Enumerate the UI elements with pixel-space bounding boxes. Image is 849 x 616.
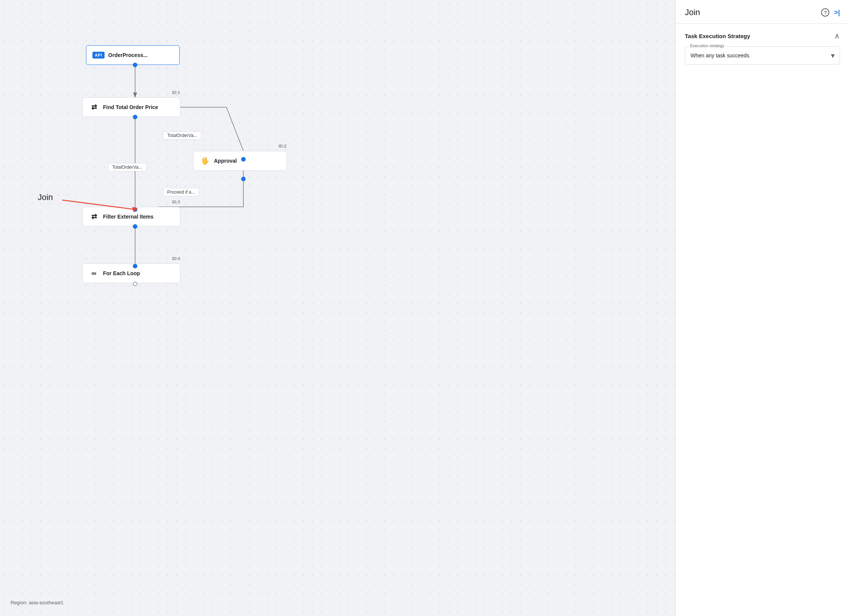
execution-strategy-select[interactable]: When any task succeeds When all tasks su…	[685, 46, 840, 65]
connector-dot-2	[133, 115, 137, 119]
collapse-button[interactable]: ∧	[834, 31, 840, 40]
connector-label-total-left: TotalOrderVa...	[108, 163, 146, 171]
panel-title: Join	[685, 8, 700, 17]
node-id-1: ID:1	[172, 90, 180, 95]
section-header: Task Execution Strategy ∧	[685, 31, 840, 40]
order-process-node[interactable]: API OrderProcess...	[86, 45, 180, 65]
connector-dot-3	[241, 157, 246, 162]
panel-header: Join ? >|	[676, 0, 849, 24]
connector-label-total-top: TotalOrderVa...	[163, 131, 201, 140]
connector-dot-7	[133, 264, 137, 268]
node-id-2: ID:2	[278, 144, 286, 148]
filter-external-label: Filter External Items	[103, 214, 154, 220]
loop-icon: ∞	[89, 268, 99, 279]
filter-icon: ⇄	[89, 102, 99, 112]
flow-connections	[0, 0, 675, 616]
execution-strategy-label: Execution strategy	[689, 43, 726, 48]
connector-dot-5	[133, 207, 137, 212]
for-each-label: For Each Loop	[103, 270, 140, 276]
connector-dot-6	[133, 224, 137, 229]
node-id-4: ID:4	[172, 256, 180, 261]
help-icon[interactable]: ?	[821, 8, 829, 17]
join-label: Join	[38, 192, 53, 202]
filter-external-node[interactable]: ID:3 ⇄ Filter External Items	[82, 207, 180, 226]
find-total-label: Find Total Order Price	[103, 104, 158, 110]
node-id-3: ID:3	[172, 200, 180, 204]
connector-dot	[133, 63, 137, 67]
find-total-node[interactable]: ID:1 ⇄ Find Total Order Price	[82, 97, 180, 117]
api-badge: API	[92, 52, 105, 59]
right-panel: Join ? >| Task Execution Strategy ∧ Exec…	[675, 0, 849, 616]
flow-canvas[interactable]: API OrderProcess... ID:1 ⇄ Find Total Or…	[0, 0, 675, 616]
approval-label: Approval	[214, 158, 237, 164]
hand-icon: 🖐	[200, 156, 210, 166]
section-title: Task Execution Strategy	[685, 33, 750, 39]
output-dot	[133, 282, 137, 286]
join-arrow-svg	[0, 0, 675, 616]
connector-label-proceed: Proceed if a...	[163, 188, 199, 196]
region-label: Region: asia-southeast1	[11, 600, 63, 605]
approval-node[interactable]: ID:2 🖐 Approval	[193, 151, 287, 171]
order-process-label: OrderProcess...	[108, 52, 148, 58]
panel-header-actions: ? >|	[821, 8, 840, 17]
task-execution-section: Task Execution Strategy ∧ Execution stra…	[676, 24, 849, 78]
filter-icon-2: ⇄	[89, 211, 99, 222]
execution-strategy-field: Execution strategy When any task succeed…	[685, 46, 840, 65]
expand-icon[interactable]: >|	[834, 9, 840, 17]
connector-dot-4	[241, 177, 246, 181]
for-each-node[interactable]: ID:4 ∞ For Each Loop	[82, 263, 180, 283]
